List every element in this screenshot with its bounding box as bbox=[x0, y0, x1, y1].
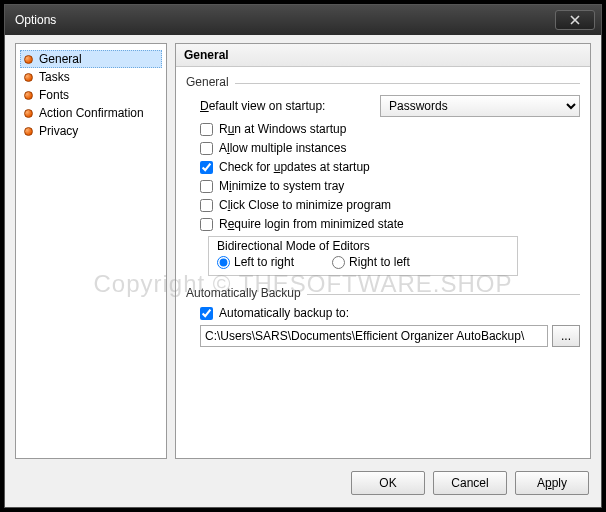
ok-button[interactable]: OK bbox=[351, 471, 425, 495]
radio-ltr[interactable]: Left to right bbox=[217, 255, 294, 269]
group-general: General Default view on startup: Passwor… bbox=[186, 75, 580, 276]
bullet-icon bbox=[24, 109, 33, 118]
nav-item-tasks[interactable]: Tasks bbox=[20, 68, 162, 86]
chk-auto-backup[interactable]: Automatically backup to: bbox=[200, 306, 580, 320]
nav-label: Tasks bbox=[39, 70, 70, 84]
chk-click-close[interactable]: Click Close to minimize program bbox=[200, 198, 580, 212]
titlebar: Options bbox=[5, 5, 601, 35]
radio-rtl-input[interactable] bbox=[332, 256, 345, 269]
chk-label: Click Close to minimize program bbox=[219, 198, 391, 212]
browse-button[interactable]: ... bbox=[552, 325, 580, 347]
radio-ltr-input[interactable] bbox=[217, 256, 230, 269]
bullet-icon bbox=[24, 127, 33, 136]
nav-label: Privacy bbox=[39, 124, 78, 138]
chk-label: Minimize to system tray bbox=[219, 179, 344, 193]
bullet-icon bbox=[24, 55, 33, 64]
chk-minimize-tray[interactable]: Minimize to system tray bbox=[200, 179, 580, 193]
chk-auto-backup-box[interactable] bbox=[200, 307, 213, 320]
chk-run-at-startup[interactable]: Run at Windows startup bbox=[200, 122, 580, 136]
row-default-view: Default view on startup: Passwords bbox=[200, 95, 580, 117]
nav-item-action-confirmation[interactable]: Action Confirmation bbox=[20, 104, 162, 122]
browse-label: ... bbox=[561, 329, 571, 343]
chk-check-updates[interactable]: Check for updates at startup bbox=[200, 160, 580, 174]
cancel-button[interactable]: Cancel bbox=[433, 471, 507, 495]
dialog-footer: OK Cancel Apply bbox=[5, 463, 601, 507]
nav-panel: General Tasks Fonts Action Confirmation … bbox=[15, 43, 167, 459]
radio-label: Right to left bbox=[349, 255, 410, 269]
options-window: Options General Tasks Fonts Action Co bbox=[4, 4, 602, 508]
apply-button[interactable]: Apply bbox=[515, 471, 589, 495]
nav-label: Fonts bbox=[39, 88, 69, 102]
default-view-select[interactable]: Passwords bbox=[380, 95, 580, 117]
main-header: General bbox=[176, 44, 590, 67]
chk-label: Automatically backup to: bbox=[219, 306, 349, 320]
bidirectional-title: Bidirectional Mode of Editors bbox=[217, 239, 509, 253]
close-icon bbox=[570, 15, 580, 25]
backup-path-input[interactable] bbox=[200, 325, 548, 347]
bidirectional-group: Bidirectional Mode of Editors Left to ri… bbox=[208, 236, 518, 276]
nav-item-general[interactable]: General bbox=[20, 50, 162, 68]
nav-label: Action Confirmation bbox=[39, 106, 144, 120]
chk-allow-multiple-box[interactable] bbox=[200, 142, 213, 155]
chk-require-login-box[interactable] bbox=[200, 218, 213, 231]
main-content: General Default view on startup: Passwor… bbox=[176, 67, 590, 458]
chk-minimize-tray-box[interactable] bbox=[200, 180, 213, 193]
nav-item-fonts[interactable]: Fonts bbox=[20, 86, 162, 104]
group-backup: Automatically Backup Automatically backu… bbox=[186, 286, 580, 347]
default-view-label: Default view on startup: bbox=[200, 99, 380, 113]
group-backup-title: Automatically Backup bbox=[186, 286, 307, 300]
nav-item-privacy[interactable]: Privacy bbox=[20, 122, 162, 140]
chk-label: Run at Windows startup bbox=[219, 122, 346, 136]
main-panel: General General Default view on startup:… bbox=[175, 43, 591, 459]
chk-label: Allow multiple instances bbox=[219, 141, 346, 155]
radio-label: Left to right bbox=[234, 255, 294, 269]
close-button[interactable] bbox=[555, 10, 595, 30]
group-general-title: General bbox=[186, 75, 235, 89]
chk-require-login[interactable]: Require login from minimized state bbox=[200, 217, 580, 231]
window-title: Options bbox=[15, 13, 555, 27]
chk-label: Require login from minimized state bbox=[219, 217, 404, 231]
chk-allow-multiple[interactable]: Allow multiple instances bbox=[200, 141, 580, 155]
chk-click-close-box[interactable] bbox=[200, 199, 213, 212]
chk-label: Check for updates at startup bbox=[219, 160, 370, 174]
chk-check-updates-box[interactable] bbox=[200, 161, 213, 174]
backup-path-row: ... bbox=[200, 325, 580, 347]
chk-run-at-startup-box[interactable] bbox=[200, 123, 213, 136]
bullet-icon bbox=[24, 73, 33, 82]
radio-rtl[interactable]: Right to left bbox=[332, 255, 410, 269]
dialog-body: General Tasks Fonts Action Confirmation … bbox=[5, 35, 601, 463]
bullet-icon bbox=[24, 91, 33, 100]
nav-label: General bbox=[39, 52, 82, 66]
